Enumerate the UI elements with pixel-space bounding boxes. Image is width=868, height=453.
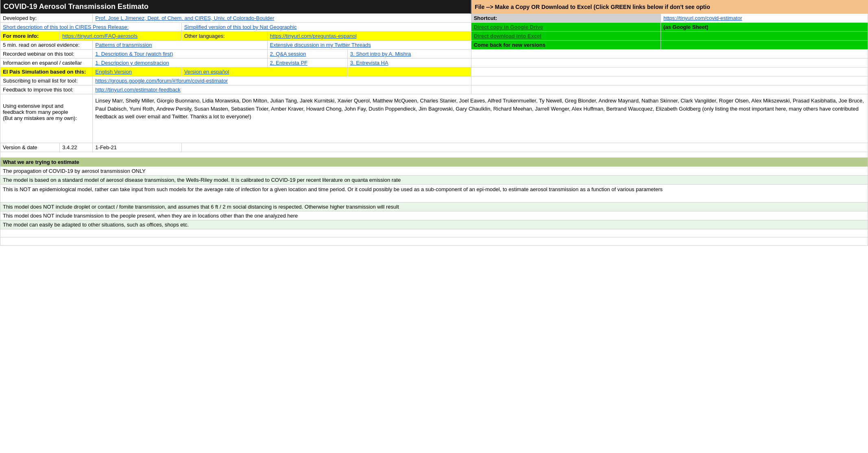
version-number: 3.4.22 xyxy=(60,143,93,152)
email-label: Subscribing to email list for tool: xyxy=(0,76,93,85)
app-title: COVID-19 Aerosol Transmission Estimato xyxy=(0,0,471,14)
feedback-label: Feedback to improve this tool: xyxy=(0,85,93,94)
other-lang-link[interactable]: https://tinyurl.com/preguntas-espanol xyxy=(267,32,471,41)
contributors-row: Using extensive input and feedback from … xyxy=(0,94,868,143)
shortcut-label: Shortcut: xyxy=(471,14,661,23)
what-row-4: This model does NOT include droplet or c… xyxy=(0,203,868,211)
webinar-row: Recorded webinar on this tool: 1. Descri… xyxy=(0,50,868,59)
nat-geo-link[interactable]: Simplified version of this tool by Nat G… xyxy=(181,23,471,32)
aerosol-label: 5 min. read on aerosol evidence: xyxy=(0,41,93,50)
developed-row: Developed by: Prof. Jose L Jimenez, Dept… xyxy=(0,14,868,23)
other-lang-label: Other languages: xyxy=(181,32,267,41)
what-row-3: This is NOT an epidemiological model, ra… xyxy=(0,185,868,203)
what-row-2: The model is based on a standard model o… xyxy=(0,176,868,185)
version-row: Version & date 3.4.22 1-Feb-21 xyxy=(0,143,868,152)
what-section-header: What we are trying to estimate xyxy=(0,158,868,167)
email-row: Subscribing to email list for tool: http… xyxy=(0,76,868,85)
feedback-row: Feedback to improve this tool: http://ti… xyxy=(0,85,868,94)
webinar-link3[interactable]: 3. Short intro by A. Mishra xyxy=(347,50,471,59)
espanol-label: Informacion en espanol / castellar xyxy=(0,59,93,68)
webinar-label: Recorded webinar on this tool: xyxy=(0,50,93,59)
more-info-link[interactable]: https://tinyurl.com/FAQ-aerosols xyxy=(60,32,182,41)
el-pais-row: El Pais Simulation based on this: Englis… xyxy=(0,68,868,76)
contributors-text: Linsey Marr, Shelly Miller, Giorgio Buon… xyxy=(93,94,868,143)
shortcut-link[interactable]: https://tinyurl.com/covid-estimator xyxy=(661,14,868,23)
short-desc-row: Short description of this tool in CIRES … xyxy=(0,23,868,32)
what-row-1: The propagation of COVID-19 by aerosol t… xyxy=(0,167,868,176)
header-subtitle: File --> Make a Copy OR Download to Exce… xyxy=(471,0,868,14)
version-label: Version & date xyxy=(0,143,60,152)
version-date: 1-Feb-21 xyxy=(93,143,182,152)
direct-download-link[interactable]: Direct download into Excel xyxy=(471,32,661,41)
email-link[interactable]: https://groups.google.com/forum/#!forum/… xyxy=(93,76,471,85)
what-row-6: The model can easily be adapted to other… xyxy=(0,220,868,229)
esp-link3[interactable]: 3. Entrevista HA xyxy=(347,59,471,68)
empty-row-2 xyxy=(0,237,868,246)
empty-row-1 xyxy=(0,229,868,237)
espanol-row: Informacion en espanol / castellar 1. De… xyxy=(0,59,868,68)
header-row: COVID-19 Aerosol Transmission Estimato F… xyxy=(0,0,868,14)
spanish-version-link[interactable]: Version en español xyxy=(181,68,347,76)
feedback-link[interactable]: http://tinyurl.com/estimator-feedback xyxy=(93,85,471,94)
what-text-5: This model does NOT include transmission… xyxy=(0,211,868,220)
direct-copy-suffix: (as Google Sheet) xyxy=(661,23,868,32)
esp-link2[interactable]: 2. Entrevista PF xyxy=(267,59,347,68)
patterns-link[interactable]: Patterns of transmission xyxy=(93,41,267,50)
webinar-link2[interactable]: 2. Q&A session xyxy=(267,50,347,59)
more-info-row: For more info: https://tinyurl.com/FAQ-a… xyxy=(0,32,868,41)
what-row-5: This model does NOT include transmission… xyxy=(0,211,868,220)
esp-link1[interactable]: 1. Descripcion y demonstracion xyxy=(93,59,267,68)
el-pais-label: El Pais Simulation based on this: xyxy=(0,68,93,76)
more-info-label: For more info: xyxy=(0,32,60,41)
what-text-1: The propagation of COVID-19 by aerosol t… xyxy=(0,167,868,176)
extensive-link[interactable]: Extensive discussion in my Twitter Threa… xyxy=(267,41,471,50)
what-text-2: The model is based on a standard model o… xyxy=(0,176,868,185)
english-version-link[interactable]: English Version xyxy=(93,68,182,76)
aerosol-row: 5 min. read on aerosol evidence: Pattern… xyxy=(0,41,868,50)
short-desc-link[interactable]: Short description of this tool in CIRES … xyxy=(0,23,182,32)
spacer-row xyxy=(0,152,868,158)
what-text-6: The model can easily be adapted to other… xyxy=(0,220,868,229)
what-header: What we are trying to estimate xyxy=(0,158,868,167)
input-label: Using extensive input and feedback from … xyxy=(0,94,93,143)
come-back-label: Come back for new versions xyxy=(471,41,661,50)
developed-label: Developed by: xyxy=(0,14,93,23)
webinar-link1[interactable]: 1. Description & Tour (watch first) xyxy=(93,50,267,59)
what-text-3: This is NOT an epidemiological model, ra… xyxy=(0,185,868,203)
what-text-4: This model does NOT include droplet or c… xyxy=(0,203,868,211)
direct-download-empty xyxy=(661,32,868,41)
direct-copy-link[interactable]: Direct copy in Google Drive xyxy=(471,23,661,32)
developed-link[interactable]: Prof. Jose L Jimenez, Dept. of Chem. and… xyxy=(93,14,471,23)
